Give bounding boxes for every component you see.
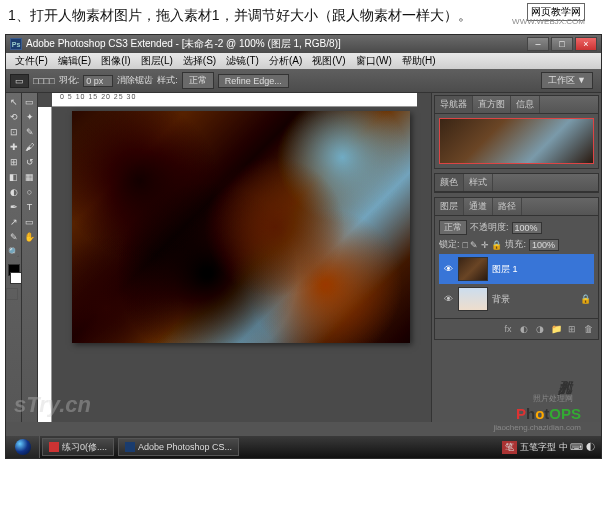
feather-input[interactable] [83, 75, 113, 87]
workspace-dropdown[interactable]: 工作区 ▼ [541, 72, 593, 89]
lock-icons[interactable]: □ ✎ ✛ 🔒 [463, 240, 503, 250]
ruler-horizontal [52, 93, 417, 107]
photoshop-window: Ps Adobe Photoshop CS3 Extended - [未命名-2… [5, 34, 602, 459]
ime-box-icon: 笔 [502, 441, 517, 454]
menu-help[interactable]: 帮助(H) [397, 53, 441, 69]
texture-image [72, 111, 410, 343]
antialias-check[interactable]: 消除锯齿 [117, 74, 153, 87]
tab-channels[interactable]: 通道 [464, 198, 493, 215]
crop-tool-icon[interactable]: ⊡ [7, 125, 21, 139]
window-title: Adobe Photoshop CS3 Extended - [未命名-2 @ … [26, 37, 527, 51]
eye-icon[interactable]: 👁 [442, 263, 454, 275]
heal-tool-icon[interactable]: ✚ [7, 140, 21, 154]
layer-row-bg[interactable]: 👁 背景 🔒 [439, 284, 594, 314]
mask-icon[interactable]: ◐ [517, 322, 531, 336]
opacity-input[interactable] [512, 222, 542, 234]
menu-layer[interactable]: 图层(L) [136, 53, 178, 69]
layer-row-1[interactable]: 👁 图层 1 [439, 254, 594, 284]
navigator-thumb[interactable] [439, 118, 594, 164]
tool-preset-icon[interactable]: ▭ [10, 74, 29, 88]
toolbox-left: ↖ ⟲ ⊡ ✚ ⊞ ◧ ◐ ✒ ↗ ✎ 🔍 [6, 93, 22, 440]
color-swatches[interactable] [6, 264, 21, 284]
marquee-tool-icon[interactable]: ▭ [23, 95, 37, 109]
eraser-tool-icon[interactable]: ◧ [7, 170, 21, 184]
site-url: WWW.WEBJX.COM [512, 17, 585, 26]
notes-tool-icon[interactable]: ✎ [7, 230, 21, 244]
gradient-tool-icon[interactable]: ▦ [23, 170, 37, 184]
menu-edit[interactable]: 编辑(E) [53, 53, 96, 69]
start-button[interactable] [6, 436, 40, 458]
taskbar-item-2[interactable]: Adobe Photoshop CS... [118, 438, 239, 456]
folder-icon[interactable]: 📁 [549, 322, 563, 336]
watermark-logo: PhotOPS [516, 405, 581, 422]
lock-icon: 🔒 [580, 294, 591, 304]
watermark-url: jiaocheng.chazidian.com [493, 423, 581, 432]
history-tool-icon[interactable]: ↺ [23, 155, 37, 169]
tab-styles[interactable]: 样式 [464, 174, 493, 191]
pen-tool-icon[interactable]: ✒ [7, 200, 21, 214]
new-layer-icon[interactable]: ⊞ [565, 322, 579, 336]
layer-name-1: 图层 1 [492, 263, 518, 276]
eyedrop-tool-icon[interactable]: ✎ [23, 125, 37, 139]
style-label: 样式: [157, 74, 178, 87]
eye-icon[interactable]: 👁 [442, 293, 454, 305]
watermark-sub: 照片处理网 [533, 393, 573, 404]
windows-taskbar: 练习0(修.... Adobe Photoshop CS... 笔 五笔字型 中… [6, 436, 601, 458]
panels-dock: 导航器 直方图 信息 颜色 样式 图层 通道 路径 [431, 93, 601, 440]
blend-mode-dropdown[interactable]: 正常 [439, 220, 467, 235]
menu-analysis[interactable]: 分析(A) [264, 53, 307, 69]
tab-color[interactable]: 颜色 [435, 174, 464, 191]
navigator-panel: 导航器 直方图 信息 [434, 95, 599, 169]
fx-icon[interactable]: fx [501, 322, 515, 336]
close-button[interactable]: × [575, 37, 597, 51]
tab-histogram[interactable]: 直方图 [473, 96, 511, 113]
tab-layers[interactable]: 图层 [435, 198, 464, 215]
app-icon [49, 442, 59, 452]
fill-input[interactable] [529, 239, 559, 251]
shape-tool-icon[interactable]: ▭ [23, 215, 37, 229]
menu-image[interactable]: 图像(I) [96, 53, 135, 69]
wand-tool-icon[interactable]: ✦ [23, 110, 37, 124]
document-canvas[interactable] [72, 111, 410, 343]
ps-icon [125, 442, 135, 452]
tab-paths[interactable]: 路径 [493, 198, 522, 215]
menu-select[interactable]: 选择(S) [178, 53, 221, 69]
menu-window[interactable]: 窗口(W) [351, 53, 397, 69]
layers-panel: 图层 通道 路径 正常 不透明度: 锁定: □ ✎ ✛ 🔒 填充: [434, 197, 599, 340]
lasso-tool-icon[interactable]: ⟲ [7, 110, 21, 124]
color-panel: 颜色 样式 [434, 173, 599, 193]
quickmask-icon[interactable] [6, 288, 18, 300]
tab-info[interactable]: 信息 [511, 96, 540, 113]
ime-indicator[interactable]: 笔 五笔字型 中 ⌨ ◐ [502, 441, 595, 454]
menu-view[interactable]: 视图(V) [307, 53, 350, 69]
layer-thumb-1 [458, 257, 488, 281]
path-tool-icon[interactable]: ↗ [7, 215, 21, 229]
trash-icon[interactable]: 🗑 [581, 322, 595, 336]
move-tool-icon[interactable]: ↖ [7, 95, 21, 109]
blur-tool-icon[interactable]: ◐ [7, 185, 21, 199]
canvas-area: 100% 文档:44.9K/1.93M [38, 93, 431, 440]
menu-file[interactable]: 文件(F) [10, 53, 53, 69]
menu-filter[interactable]: 滤镜(T) [221, 53, 264, 69]
background-swatch[interactable] [10, 272, 22, 284]
adjustment-icon[interactable]: ◑ [533, 322, 547, 336]
minimize-button[interactable]: – [527, 37, 549, 51]
toolbox-right: ▭ ✦ ✎ 🖌 ↺ ▦ ○ T ▭ ✋ [22, 93, 38, 440]
titlebar: Ps Adobe Photoshop CS3 Extended - [未命名-2… [6, 35, 601, 53]
ps-app-icon: Ps [10, 38, 22, 50]
maximize-button[interactable]: □ [551, 37, 573, 51]
dodge-tool-icon[interactable]: ○ [23, 185, 37, 199]
brush-tool-icon[interactable]: 🖌 [23, 140, 37, 154]
tab-navigator[interactable]: 导航器 [435, 96, 473, 113]
feather-label: 羽化: [59, 74, 80, 87]
layer-thumb-bg [458, 287, 488, 311]
refine-edge-button[interactable]: Refine Edge... [218, 74, 289, 88]
taskbar-item-1[interactable]: 练习0(修.... [42, 438, 114, 456]
lock-label: 锁定: [439, 238, 460, 251]
zoom-tool-icon[interactable]: 🔍 [7, 245, 21, 259]
options-bar: ▭ □□□□ 羽化: 消除锯齿 样式: 正常 Refine Edge... 工作… [6, 69, 601, 93]
type-tool-icon[interactable]: T [23, 200, 37, 214]
hand-tool-icon[interactable]: ✋ [23, 230, 37, 244]
style-dropdown[interactable]: 正常 [182, 72, 214, 89]
stamp-tool-icon[interactable]: ⊞ [7, 155, 21, 169]
